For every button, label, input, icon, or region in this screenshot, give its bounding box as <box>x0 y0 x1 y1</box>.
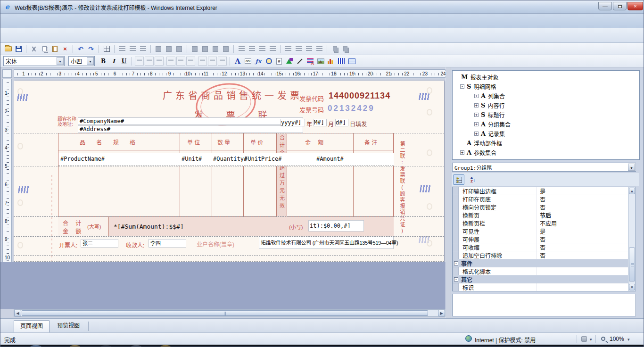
payee-cell[interactable]: 李四 <box>149 239 186 248</box>
text-align-middle-left-icon[interactable] <box>166 57 175 66</box>
copy-icon[interactable] <box>40 44 49 54</box>
text-align-top-left-icon[interactable] <box>135 57 144 66</box>
grid-settings-icon[interactable] <box>102 44 111 54</box>
protected-mode-icon[interactable] <box>581 336 587 342</box>
align-bottom-icon[interactable] <box>174 44 184 54</box>
undo-icon[interactable]: ↶ <box>76 44 85 54</box>
h-space-decrease-icon[interactable] <box>257 44 267 54</box>
v-space-increase-icon[interactable] <box>294 44 303 54</box>
prop-category[interactable]: -事件 <box>453 259 636 267</box>
font-size-select[interactable]: 小四 ▾ <box>68 56 95 66</box>
categorized-view-icon[interactable] <box>453 174 464 185</box>
prop-row[interactable]: 可见性是 <box>453 227 636 235</box>
tree-item-1[interactable]: -S明细网格 <box>454 82 639 91</box>
bring-to-front-icon[interactable] <box>330 44 339 54</box>
font-color-icon[interactable]: A <box>233 57 242 66</box>
invoice-page[interactable]: 广东省商品销售统一发票 发票联 发票代码 144000921134 发票号码 0… <box>14 81 444 262</box>
text-align-bottom-right-icon[interactable] <box>218 57 227 66</box>
italic-button[interactable]: I <box>109 57 118 66</box>
same-size-icon[interactable] <box>211 44 220 54</box>
product-cell[interactable]: #ProductName# <box>60 156 105 162</box>
total-expression-cell[interactable]: *[#Sum(Amount):$$#] <box>114 223 184 230</box>
prop-category[interactable]: -其它 <box>453 275 636 283</box>
scroll-up-icon[interactable]: ▲ <box>629 188 635 194</box>
address-cell[interactable]: #Address# <box>78 125 303 133</box>
scroll-left-icon[interactable]: ◀ <box>14 310 21 316</box>
text-align-bottom-center-icon[interactable] <box>208 57 217 66</box>
prop-row[interactable]: 打印输出边框是 <box>453 187 636 195</box>
scrollbar-thumb[interactable] <box>629 248 635 281</box>
same-width-icon[interactable] <box>190 44 199 54</box>
tree-item-7[interactable]: A浮动部件框 <box>454 138 639 148</box>
image-icon[interactable] <box>316 57 325 66</box>
v-space-remove-icon[interactable] <box>314 44 324 54</box>
minimize-button[interactable]: — <box>598 2 612 10</box>
barcode-icon[interactable] <box>337 57 346 66</box>
unit-cell[interactable]: #Unit# <box>182 156 202 162</box>
tree-item-3[interactable]: +S内容行 <box>454 100 639 110</box>
small-amount-cell[interactable]: it):$0.00,#] <box>308 220 364 231</box>
prop-row[interactable]: 可收缩否 <box>453 243 636 251</box>
prop-row[interactable]: 打印在页底否 <box>453 195 636 203</box>
tab-preview-view[interactable]: 预览视图 <box>50 320 86 332</box>
zoom-level[interactable]: 100% <box>610 336 624 342</box>
open-icon[interactable] <box>3 44 13 54</box>
send-to-back-icon[interactable] <box>340 44 350 54</box>
collapse-icon[interactable]: - <box>454 277 458 281</box>
tree-item-4[interactable]: +S标题行 <box>454 110 639 119</box>
prop-row[interactable]: 追加空白行排除否 <box>453 251 636 259</box>
chevron-down-icon[interactable]: ▾ <box>628 164 635 171</box>
collapse-icon[interactable]: - <box>454 261 458 265</box>
text-align-middle-center-icon[interactable] <box>176 57 185 66</box>
chart-icon[interactable] <box>326 57 336 66</box>
h-space-equal-icon[interactable] <box>237 44 246 54</box>
amount-cell[interactable]: #Amount# <box>316 156 344 162</box>
center-in-form-icon[interactable] <box>221 44 231 54</box>
canvas-h-scrollbar[interactable]: ◀ ▶ <box>14 309 446 317</box>
qty-cell[interactable]: #Quantity# <box>213 156 247 162</box>
expander-icon[interactable] <box>454 75 459 79</box>
align-top-icon[interactable] <box>154 44 163 54</box>
zoom-icon[interactable] <box>601 337 605 341</box>
formula-icon[interactable]: ƒx <box>254 57 263 66</box>
expand-icon[interactable]: + <box>474 132 479 136</box>
panel-splitter[interactable] <box>446 67 451 318</box>
tree-item-2[interactable]: +A列集合 <box>454 91 639 100</box>
date-year-cell[interactable]: yyyy#] <box>281 119 305 126</box>
object-tree[interactable]: M报表主对象 -S明细网格 +A列集合 +S内容行 +S标题行 +A分组集合 +… <box>452 70 640 160</box>
chevron-down-icon[interactable]: ▾ <box>57 57 64 65</box>
same-height-icon[interactable] <box>200 44 210 54</box>
expand-icon[interactable]: + <box>474 122 479 126</box>
page-number-icon[interactable]: # <box>274 57 284 66</box>
expand-icon[interactable]: + <box>474 113 479 117</box>
expand-icon[interactable]: + <box>460 150 464 155</box>
text-align-top-center-icon[interactable] <box>145 57 154 66</box>
prop-row[interactable]: 换新页栏不应用 <box>453 219 636 227</box>
zone-dropdown-icon[interactable]: ▾ <box>590 337 592 342</box>
align-middle-icon[interactable] <box>164 44 173 54</box>
prop-row[interactable]: 可伸展否 <box>453 235 636 243</box>
close-button[interactable]: × <box>627 2 643 10</box>
save-icon[interactable] <box>14 44 23 54</box>
tree-item-5[interactable]: +A分组集合 <box>454 119 639 129</box>
design-canvas[interactable]: 123456789101112131415161718192021222324 … <box>0 67 446 318</box>
h-space-increase-icon[interactable] <box>247 44 256 54</box>
align-left-icon[interactable] <box>117 44 127 54</box>
textbox-icon[interactable]: abl <box>243 57 253 66</box>
table-icon[interactable] <box>347 57 356 66</box>
scroll-right-icon[interactable]: ▶ <box>438 310 445 316</box>
price-cell[interactable]: #UnitPrice# <box>244 156 281 162</box>
v-space-equal-icon[interactable] <box>283 44 293 54</box>
seller-cell[interactable]: 拓维软件技术有限公司 (广州市天河区五山路135号519—04室) <box>259 237 394 249</box>
property-grid-scrollbar[interactable]: ▲ ▼ <box>628 187 636 291</box>
tab-page-view[interactable]: 页面视图 <box>14 320 50 332</box>
bold-button[interactable]: B <box>99 57 108 66</box>
expand-icon[interactable]: + <box>474 94 479 98</box>
date-day-cell[interactable]: d#] <box>335 119 348 126</box>
delete-icon[interactable]: × <box>60 44 70 54</box>
chevron-down-icon[interactable]: ▾ <box>87 57 94 65</box>
scroll-down-icon[interactable]: ▼ <box>629 284 635 290</box>
text-align-top-right-icon[interactable] <box>155 57 164 66</box>
zoom-dropdown-icon[interactable]: ▾ <box>627 337 630 342</box>
tree-item-8[interactable]: +A参数集合 <box>454 148 639 157</box>
